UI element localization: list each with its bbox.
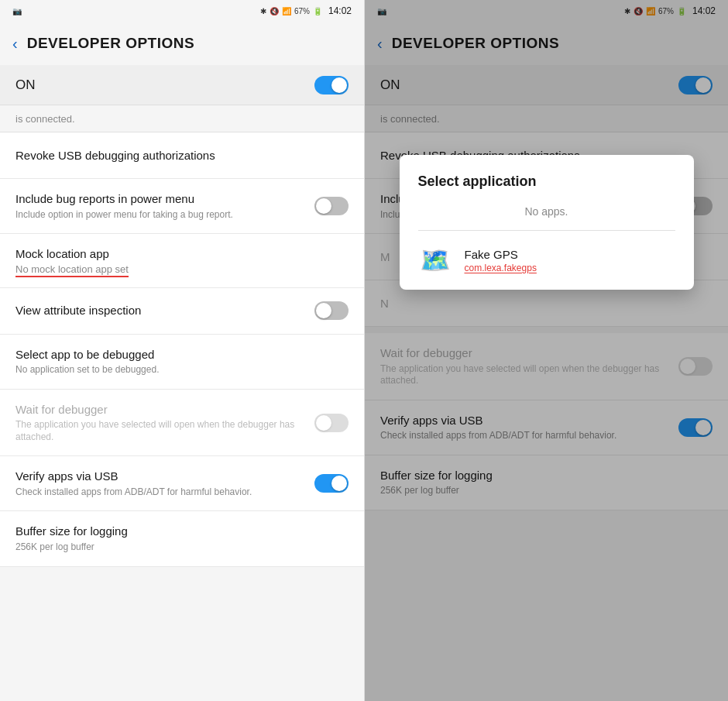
select-app-debug-title-left: Select app to be debugged: [15, 347, 339, 363]
fakegps-app-package: com.lexa.fakegps: [465, 263, 675, 273]
content-left: ON is connected. Revoke USB debugging au…: [0, 65, 364, 701]
view-attribute-toggle-left[interactable]: [314, 301, 349, 320]
verify-usb-subtitle-left: Check installed apps from ADB/ADT for ha…: [15, 486, 305, 499]
page-title-left: DEVELOPER OPTIONS: [27, 35, 194, 52]
dialog-no-apps: No apps.: [400, 199, 694, 230]
view-attribute-row-left[interactable]: View attribute inspection: [0, 288, 364, 335]
fakegps-app-info: Fake GPS com.lexa.fakegps: [465, 248, 675, 273]
wait-debugger-subtitle-left: The application you have selected will o…: [15, 419, 305, 443]
bug-reports-text-left: Include bug reports in power menu Includ…: [15, 191, 305, 221]
connected-row-left: is connected.: [0, 105, 364, 132]
select-app-debug-subtitle-left: No application set to be debugged.: [15, 364, 339, 376]
wait-debugger-row-left[interactable]: Wait for debugger The application you ha…: [0, 390, 364, 457]
revoke-usb-text-left: Revoke USB debugging authorizations: [15, 148, 339, 163]
select-application-dialog: Select application No apps. 🗺️ Fake GPS …: [400, 155, 694, 290]
left-panel: 📷 ✱ 🔇 📶 67% 🔋 14:02 ‹ DEVELOPER OPTIONS …: [0, 0, 364, 701]
on-toggle-left[interactable]: [314, 76, 349, 94]
verify-usb-toggle-thumb-left: [331, 476, 347, 491]
mock-location-title-left: Mock location app: [15, 246, 339, 262]
verify-usb-title-left: Verify apps via USB: [15, 469, 305, 484]
mock-location-underline-text: No mock location app set: [15, 263, 129, 277]
right-panel: 📷 ✱ 🔇 📶 67% 🔋 14:02 ‹ DEVELOPER OPTIONS …: [364, 0, 728, 701]
wait-debugger-text-left: Wait for debugger The application you ha…: [15, 402, 305, 444]
connected-text-left: is connected.: [15, 113, 75, 125]
status-icons-left: ✱ 🔇 📶 67% 🔋 14:02: [260, 5, 352, 16]
on-row-left[interactable]: ON: [0, 65, 364, 105]
battery-icon-left: 🔋: [313, 7, 322, 15]
buffer-size-subtitle-left: 256K per log buffer: [15, 541, 339, 554]
header-left: ‹ DEVELOPER OPTIONS: [0, 22, 364, 65]
bug-reports-subtitle-left: Include option in power menu for taking …: [15, 209, 305, 222]
revoke-usb-row-left[interactable]: Revoke USB debugging authorizations: [0, 132, 364, 179]
bug-reports-toggle-left[interactable]: [314, 197, 349, 215]
buffer-size-title-left: Buffer size for logging: [15, 524, 339, 539]
view-attribute-toggle-thumb-left: [316, 303, 331, 318]
bluetooth-icon: ✱: [260, 7, 266, 15]
wait-debugger-title-left: Wait for debugger: [15, 402, 305, 418]
view-attribute-title-left: View attribute inspection: [15, 303, 305, 318]
bug-reports-toggle-thumb-left: [316, 198, 331, 214]
wait-debugger-toggle-left[interactable]: [314, 414, 349, 432]
status-bar-left: 📷 ✱ 🔇 📶 67% 🔋 14:02: [0, 0, 364, 22]
fakegps-app-name: Fake GPS: [465, 248, 675, 261]
dialog-app-row-fakegps[interactable]: 🗺️ Fake GPS com.lexa.fakegps: [400, 231, 694, 290]
on-toggle-thumb-left: [331, 77, 347, 93]
select-app-debug-row-left[interactable]: Select app to be debugged No application…: [0, 335, 364, 390]
buffer-size-row-left[interactable]: Buffer size for logging 256K per log buf…: [0, 511, 364, 566]
select-app-debug-text-left: Select app to be debugged No application…: [15, 347, 339, 376]
mock-location-row-left[interactable]: Mock location app No mock location app s…: [0, 234, 364, 288]
mock-location-text-left: Mock location app No mock location app s…: [15, 246, 339, 275]
mute-icon: 🔇: [270, 7, 279, 15]
wait-debugger-toggle-thumb-left: [316, 415, 331, 431]
dialog-overlay[interactable]: Select application No apps. 🗺️ Fake GPS …: [365, 0, 728, 701]
wifi-icon: 📶: [282, 7, 291, 15]
mock-location-subtitle-left: No mock location app set: [15, 263, 339, 275]
on-label-left: ON: [15, 77, 36, 93]
back-button-left[interactable]: ‹: [12, 35, 18, 53]
verify-usb-row-left[interactable]: Verify apps via USB Check installed apps…: [0, 456, 364, 511]
revoke-usb-title-left: Revoke USB debugging authorizations: [15, 148, 339, 163]
buffer-size-text-left: Buffer size for logging 256K per log buf…: [15, 524, 339, 553]
bug-reports-row-left[interactable]: Include bug reports in power menu Includ…: [0, 179, 364, 234]
fakegps-app-icon: 🗺️: [418, 243, 452, 277]
battery-pct-left: 67%: [294, 7, 310, 15]
view-attribute-text-left: View attribute inspection: [15, 303, 305, 318]
notification-icon-left: 📷: [12, 7, 22, 15]
bug-reports-title-left: Include bug reports in power menu: [15, 191, 305, 207]
verify-usb-text-left: Verify apps via USB Check installed apps…: [15, 469, 305, 498]
time-left: 14:02: [328, 5, 352, 16]
dialog-title: Select application: [400, 155, 694, 199]
verify-usb-toggle-left[interactable]: [314, 474, 349, 493]
